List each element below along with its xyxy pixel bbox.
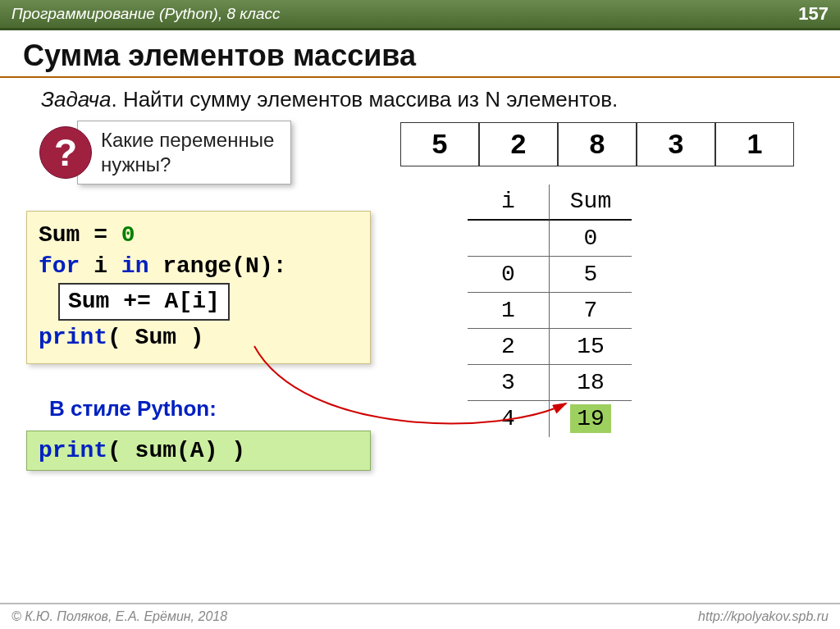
final-sum-highlight: 19 [570, 404, 611, 433]
page-number: 157 [798, 3, 829, 25]
question-line1: Какие переменные [101, 128, 274, 153]
code-line: Sum = 0 [39, 220, 358, 251]
task-label: Задача [41, 87, 111, 112]
array-cell: 3 [637, 122, 715, 166]
question-mark-icon: ? [39, 126, 92, 179]
slide-title: Сумма элементов массива [0, 30, 840, 78]
trace-table: i Sum 0 0 5 1 7 2 15 3 18 4 19 [468, 185, 632, 437]
question-line2: нужны? [101, 153, 274, 177]
task-body: . Найти сумму элементов массива из N эле… [111, 87, 618, 112]
code-block-pythonic: print( sum(A) ) [26, 431, 371, 471]
code-line: print( Sum ) [39, 322, 358, 353]
array-cell: 2 [479, 122, 558, 166]
task-text: Задача. Найти сумму элементов массива из… [0, 78, 840, 121]
array-cell: 8 [558, 122, 637, 166]
trace-row: 4 19 [468, 401, 632, 437]
python-style-label: В стиле Python: [49, 396, 217, 422]
footer: © К.Ю. Поляков, Е.А. Ерёмин, 2018 http:/… [0, 603, 840, 629]
footer-copyright: © К.Ю. Поляков, Е.А. Ерёмин, 2018 [11, 609, 227, 624]
question-callout: ? Какие переменные нужны? [39, 121, 291, 185]
array-display: 5 2 8 3 1 [400, 122, 794, 166]
trace-row: 0 [468, 221, 632, 257]
trace-row: 2 15 [468, 329, 632, 365]
th-i: i [468, 185, 550, 221]
code-block-main: Sum = 0 for i in range(N): Sum += A[i] p… [26, 211, 371, 364]
header-bar: Программирование (Python), 8 класс 157 [0, 0, 840, 30]
array-cell: 1 [715, 122, 794, 166]
trace-header: i Sum [468, 185, 632, 221]
code-highlight-box: Sum += A[i] [58, 283, 230, 321]
code-line: for i in range(N): [39, 251, 358, 282]
trace-row: 0 5 [468, 257, 632, 293]
trace-row: 3 18 [468, 365, 632, 401]
footer-url: http://kpolyakov.spb.ru [698, 609, 829, 624]
array-cell: 5 [400, 122, 479, 166]
th-sum: Sum [550, 185, 632, 221]
trace-row: 1 7 [468, 293, 632, 329]
header-subject: Программирование (Python), 8 класс [11, 5, 281, 23]
question-box: Какие переменные нужны? [77, 121, 291, 185]
